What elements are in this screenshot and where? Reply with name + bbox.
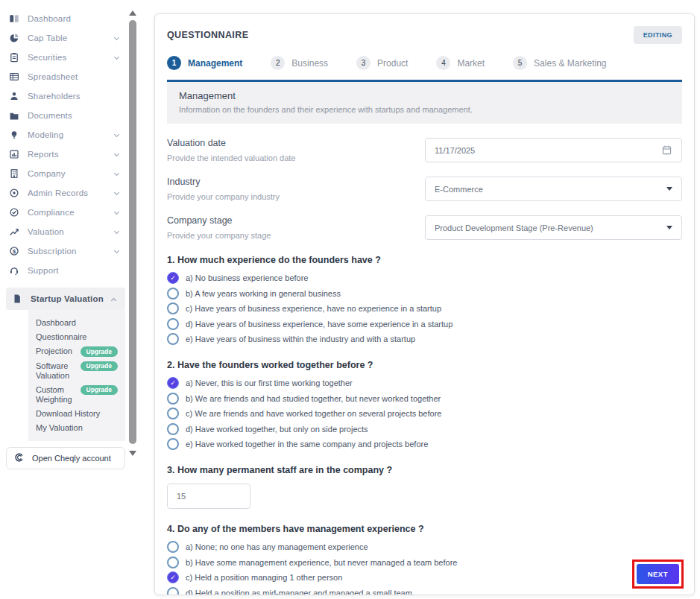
chevron-down-icon	[114, 209, 119, 214]
industry-select[interactable]: E-Commerce	[425, 177, 682, 201]
field-company-stage: Company stage Provide your company stage…	[167, 215, 682, 240]
sidebar-item-compliance[interactable]: Compliance	[6, 203, 125, 222]
sidebar-item-startup-valuation[interactable]: Startup Valuation	[6, 288, 125, 310]
company-icon	[9, 168, 19, 179]
radio-option[interactable]: ✓ c) Held a position managing 1 other pe…	[167, 571, 682, 583]
radio-option[interactable]: b) A few years working in general busine…	[167, 288, 682, 300]
question-2: 2. Have the founders worked together bef…	[167, 360, 682, 450]
radio-icon[interactable]	[167, 423, 179, 435]
radio-option[interactable]: c) We are friends and have worked togeth…	[167, 408, 682, 419]
question-title: 4. Do any of the members have management…	[167, 524, 682, 534]
shareholders-icon	[9, 91, 19, 101]
radio-icon[interactable]	[167, 288, 179, 300]
radio-option[interactable]: b) Have some management experience, but …	[167, 557, 682, 568]
sidebar-item-label: Modeling	[28, 130, 63, 139]
submenu-item-label: Custom Weighting	[36, 385, 79, 405]
sidebar-item-spreadsheet[interactable]: Spreadsheet	[6, 67, 125, 86]
radio-icon[interactable]	[167, 302, 179, 314]
sidebar-item-support[interactable]: Support	[6, 261, 125, 280]
sidebar-item-documents[interactable]: Documents	[6, 106, 125, 125]
sidebar-item-reports[interactable]: Reports	[6, 145, 125, 164]
sidebar-item-shareholders[interactable]: Shareholders	[6, 86, 125, 106]
open-cheqly-account-button[interactable]: Open Cheqly account	[6, 447, 125, 469]
radio-option[interactable]: ✓ a) No business experience before	[167, 272, 682, 284]
scroll-up-arrow-icon[interactable]	[129, 10, 136, 16]
step-number: 5	[513, 56, 527, 70]
staff-count-input[interactable]	[167, 484, 250, 509]
startup-valuation-submenu: Dashboard Questionnaire Projection Upgra…	[28, 310, 125, 441]
option-label: c) We are friends and have worked togeth…	[186, 409, 441, 418]
reports-icon	[9, 149, 19, 159]
submenu-item-dashboard[interactable]: Dashboard	[36, 316, 118, 330]
sidebar-item-cap-table[interactable]: Cap Table	[6, 28, 125, 48]
submenu-item-projection[interactable]: Projection Upgrade	[36, 344, 118, 359]
radio-selected-icon[interactable]: ✓	[167, 571, 179, 583]
compliance-icon	[9, 207, 19, 218]
sidebar-item-modeling[interactable]: Modeling	[6, 125, 125, 145]
radio-selected-icon[interactable]: ✓	[167, 377, 179, 389]
step-label: Product	[377, 58, 408, 69]
radio-option[interactable]: e) Have years of business within the ind…	[167, 333, 682, 345]
date-value: 11/17/2025	[435, 146, 475, 155]
submenu-item-label: Dashboard	[36, 318, 76, 328]
radio-option[interactable]: d) Held a position as mid-manager and ma…	[167, 587, 682, 596]
tab-step-market[interactable]: 4 Market	[436, 56, 485, 70]
page-title: QUESTIONNAIRE	[167, 30, 248, 40]
field-valuation-date: Valuation date Provide the intended valu…	[167, 138, 682, 162]
submenu-item-questionnaire[interactable]: Questionnaire	[36, 330, 118, 344]
field-hint: Provide your company industry	[167, 192, 280, 201]
option-label: e) Have years of business within the ind…	[186, 335, 415, 343]
sidebar-item-securities[interactable]: Securities	[6, 48, 125, 67]
radio-icon[interactable]	[167, 393, 179, 405]
valuation-date-input[interactable]: 11/17/2025	[425, 138, 682, 162]
check-icon: ✓	[170, 380, 176, 387]
sidebar-item-valuation[interactable]: Valuation	[6, 222, 125, 241]
question-title: 2. Have the founders worked together bef…	[167, 360, 682, 370]
radio-icon[interactable]	[167, 318, 179, 330]
question-3: 3. How many permanent staff are in the c…	[167, 465, 682, 509]
step-label: Management	[188, 58, 242, 69]
caret-down-icon	[666, 187, 672, 191]
option-label: c) Held a position managing 1 other pers…	[186, 573, 342, 582]
tab-step-business[interactable]: 2 Business	[271, 56, 328, 70]
radio-icon[interactable]	[167, 541, 179, 553]
radio-icon[interactable]	[167, 408, 179, 419]
submenu-item-software-valuation[interactable]: Software Valuation Upgrade	[36, 359, 118, 383]
chevron-down-icon	[114, 189, 119, 194]
radio-option[interactable]: a) None; no one has any management exper…	[167, 541, 682, 553]
sidebar-scrollbar[interactable]	[127, 10, 137, 456]
radio-icon[interactable]	[167, 438, 179, 450]
radio-selected-icon[interactable]: ✓	[167, 272, 179, 284]
radio-option[interactable]: e) Have worked together in the same comp…	[167, 438, 682, 450]
dashboard-icon	[9, 13, 19, 24]
scroll-down-arrow-icon[interactable]	[129, 451, 136, 456]
calendar-icon[interactable]	[661, 145, 672, 156]
tab-step-sales-marketing[interactable]: 5 Sales & Marketing	[513, 56, 606, 70]
sidebar-item-dashboard[interactable]: Dashboard	[6, 9, 125, 28]
submenu-item-my-valuation[interactable]: My Valuation	[36, 421, 118, 435]
radio-icon[interactable]	[167, 333, 179, 345]
radio-icon[interactable]	[167, 557, 179, 568]
stepper: 1 Management 2 Business 3 Product 4 Mark…	[167, 56, 682, 70]
tab-step-product[interactable]: 3 Product	[356, 56, 408, 70]
chevron-down-icon	[114, 150, 119, 156]
radio-icon[interactable]	[167, 587, 179, 596]
sidebar-item-company[interactable]: Company	[6, 164, 125, 183]
sidebar-item-admin-records[interactable]: Admin Records	[6, 183, 125, 203]
radio-option[interactable]: d) Have years of business experience, ha…	[167, 318, 682, 330]
sidebar-item-label: Compliance	[28, 208, 75, 217]
submenu-item-download-history[interactable]: Download History	[36, 407, 118, 421]
sidebar-item-subscription[interactable]: $ Subscription	[6, 241, 125, 261]
submenu-item-custom-weighting[interactable]: Custom Weighting Upgrade	[36, 383, 118, 407]
next-button[interactable]: NEXT	[637, 564, 679, 584]
radio-option[interactable]: ✓ a) Never, this is our first time worki…	[167, 377, 682, 389]
tab-step-management[interactable]: 1 Management	[167, 56, 242, 70]
radio-option[interactable]: b) We are friends and had studied togeth…	[167, 393, 682, 405]
click-target-highlight: NEXT	[632, 560, 684, 589]
scrollbar-thumb[interactable]	[129, 20, 136, 444]
question-title: 3. How many permanent staff are in the c…	[167, 465, 682, 475]
step-number: 3	[356, 56, 371, 70]
radio-option[interactable]: d) Have worked together, but only on sid…	[167, 423, 682, 435]
company-stage-select[interactable]: Product Development Stage (Pre-Revenue)	[425, 215, 682, 240]
radio-option[interactable]: c) Have years of business experience, ha…	[167, 302, 682, 314]
